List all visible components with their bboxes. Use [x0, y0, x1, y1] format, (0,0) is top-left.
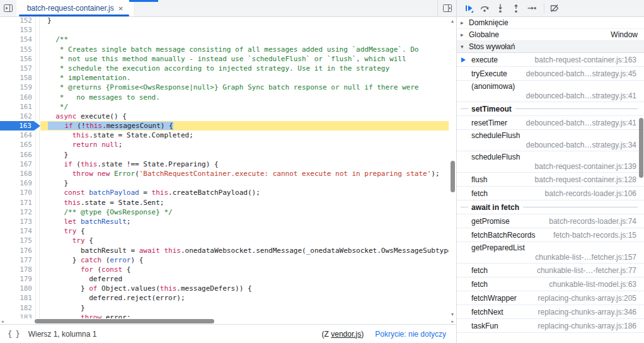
code-text[interactable]: deferred.reject(error); [40, 293, 456, 303]
code-line[interactable]: 179 deferred [0, 274, 456, 284]
callstack-frame[interactable]: fetchchunkable-list-model.js:63 [457, 277, 644, 291]
horizontal-scroll-thumb[interactable] [35, 319, 214, 323]
code-line[interactable]: 171 this.state = State.Sent; [0, 198, 456, 207]
callstack-frame[interactable]: flushbatch-request-container.js:128 [457, 173, 644, 187]
code-line[interactable]: 177 } catch (error) { [0, 255, 456, 265]
code-line[interactable]: 153 [0, 25, 456, 35]
code-line[interactable]: 181 deferred.reject(error); [0, 293, 456, 303]
code-line[interactable]: 178 for (const { [0, 265, 456, 274]
step-over-button[interactable] [478, 1, 491, 16]
line-number[interactable]: 158 [0, 73, 36, 83]
tab-close-icon[interactable]: × [118, 4, 124, 13]
callstack-frame[interactable]: fetchBatchRecordsfetch-batch-records.js:… [457, 228, 644, 242]
code-text[interactable]: * Creates single batch message consistin… [40, 45, 456, 54]
frame-location[interactable]: chunkable-list-…-fetcher.js:77 [532, 266, 636, 275]
frame-location[interactable]: batch-records-loader.js:106 [540, 189, 636, 198]
line-number[interactable]: 176 [0, 246, 36, 255]
callstack-frame[interactable]: fetchWrapperreplacing-chunks-array.js:20… [457, 291, 644, 305]
line-number[interactable]: 182 [0, 303, 36, 313]
code-line[interactable]: 172 /** @type {OwsResponse} */ [0, 207, 456, 217]
line-number[interactable]: 173 [0, 217, 36, 226]
scroll-down-icon[interactable]: ▼ [449, 312, 456, 317]
line-number[interactable]: 170 [0, 188, 36, 197]
code-line[interactable]: 159 * @returns {Promise<OwsResponse|null… [0, 83, 456, 92]
toggle-debugger-sidebar-button[interactable] [439, 3, 456, 13]
toggle-navigator-button[interactable] [0, 0, 16, 16]
code-text[interactable]: * schedule the execution according to in… [40, 64, 456, 73]
code-text[interactable]: batchResult = await this.onedataWebsocke… [40, 246, 456, 255]
line-number[interactable]: 160 [0, 93, 36, 102]
code-text[interactable]: async execute() { [40, 112, 456, 121]
scope-closure-row[interactable]: ▸ Domknięcie [457, 17, 644, 29]
line-number[interactable]: 175 [0, 236, 36, 245]
code-text[interactable]: } [40, 303, 456, 313]
line-number[interactable]: 171 [0, 198, 36, 207]
line-number[interactable]: 164 [0, 131, 36, 140]
code-line[interactable]: 167 if (this.state !== State.Preparing) … [0, 160, 456, 169]
code-text[interactable]: /** @type {OwsResponse} */ [40, 207, 456, 217]
line-number[interactable]: 153 [0, 25, 36, 35]
callstack-frame[interactable]: fetchchunkable-list-…-fetcher.js:77 [457, 264, 644, 277]
code-line[interactable]: 169 } [0, 178, 456, 188]
callstack-section-header[interactable]: ▾ Stos wywołań [457, 41, 644, 53]
code-text[interactable]: if (!this.messagesCount) { [40, 121, 456, 131]
chevron-right-icon[interactable]: ▸ [461, 20, 469, 26]
code-text[interactable]: this.state = State.Completed; [40, 131, 456, 140]
code-line[interactable]: 176 batchResult = await this.onedataWebs… [0, 246, 456, 255]
code-text[interactable]: throw new Error('BatchRequestContainer.e… [40, 169, 456, 178]
frame-location[interactable]: chunkable-list-model.js:63 [544, 280, 636, 289]
deactivate-breakpoints-button[interactable] [548, 1, 561, 16]
vendor-source-link[interactable]: vendor.js [331, 330, 361, 339]
code-line[interactable]: 164 this.state = State.Completed; [0, 131, 456, 140]
callstack-frame[interactable]: scheduleFlushbatch-request-container.js:… [457, 151, 644, 173]
line-number[interactable]: 154 [0, 35, 36, 44]
code-text[interactable]: /** [40, 35, 456, 44]
line-number[interactable]: 179 [0, 274, 36, 284]
code-line[interactable]: 162 async execute() { [0, 112, 456, 121]
coverage-link[interactable]: Pokrycie: nie dotyczy [375, 330, 446, 339]
resume-button[interactable] [463, 1, 475, 16]
scroll-left-icon[interactable]: ◂ [1, 318, 4, 324]
callstack-frame[interactable]: scheduleFlushdebounced-batch…strategy.js… [457, 130, 644, 151]
line-number[interactable]: 156 [0, 54, 36, 64]
execution-line-badge[interactable]: 163 [0, 121, 40, 131]
callstack-frame[interactable]: fetchNextreplacing-chunks-array.js:346 [457, 305, 644, 319]
code-line[interactable]: 180 } of Object.values(this.messageDefer… [0, 284, 456, 293]
editor-vertical-scrollbar[interactable]: ▲ ▼ [449, 17, 456, 318]
code-line[interactable]: 174 try { [0, 226, 456, 236]
code-line[interactable]: 154 /** [0, 35, 456, 44]
code-text[interactable]: try { [40, 236, 456, 245]
code-line[interactable]: 175 try { [0, 236, 456, 245]
callstack-frame-current[interactable]: executebatch-request-container.js:163 [457, 53, 644, 67]
line-number[interactable]: 157 [0, 64, 36, 73]
frame-location[interactable]: fetch-batch-records.js:15 [548, 231, 636, 240]
code-line[interactable]: 158 * implementation. [0, 73, 456, 83]
frame-location[interactable]: debounced-batch…strategy.js:41 [471, 91, 636, 101]
code-text[interactable]: this.state = State.Sent; [40, 198, 456, 207]
frame-location[interactable]: debounced-batch…strategy.js:41 [521, 119, 636, 127]
line-number[interactable]: 166 [0, 150, 36, 160]
code-text[interactable]: const batchPayload = this.createBatchPay… [40, 188, 456, 197]
frame-location[interactable]: batch-request-container.js:128 [530, 175, 636, 184]
code-line[interactable]: 155 * Creates single batch message consi… [0, 45, 456, 54]
code-text[interactable]: return null; [40, 140, 456, 149]
code-text[interactable]: } [40, 178, 456, 188]
line-number[interactable]: 177 [0, 255, 36, 265]
code-text[interactable]: throw error; [40, 313, 456, 318]
frame-location[interactable]: debounced-batch…strategy.js:45 [521, 69, 636, 78]
frame-location[interactable]: replacing-chunks-array.js:346 [532, 308, 636, 317]
code-text[interactable]: } [40, 150, 456, 160]
code-line[interactable]: 157 * schedule the execution according t… [0, 64, 456, 73]
frame-location[interactable]: batch-request-container.js:139 [471, 162, 636, 172]
line-number[interactable]: 161 [0, 102, 36, 112]
code-text[interactable] [40, 25, 456, 35]
scroll-right-icon[interactable]: ▸ [451, 318, 454, 324]
callstack-frame[interactable]: (anonimowa)debounced-batch…strategy.js:4… [457, 81, 644, 102]
scroll-up-icon[interactable]: ▲ [449, 19, 456, 23]
callstack-frame[interactable]: resetTimerdebounced-batch…strategy.js:41 [457, 116, 644, 130]
code-line[interactable]: 168 throw new Error('BatchRequestContain… [0, 169, 456, 178]
line-number[interactable]: 162 [0, 112, 36, 121]
line-number[interactable]: 155 [0, 45, 36, 54]
callstack-frame[interactable]: tryExecutedebounced-batch…strategy.js:45 [457, 67, 644, 81]
code-line[interactable]: 183 throw error; [0, 313, 456, 318]
